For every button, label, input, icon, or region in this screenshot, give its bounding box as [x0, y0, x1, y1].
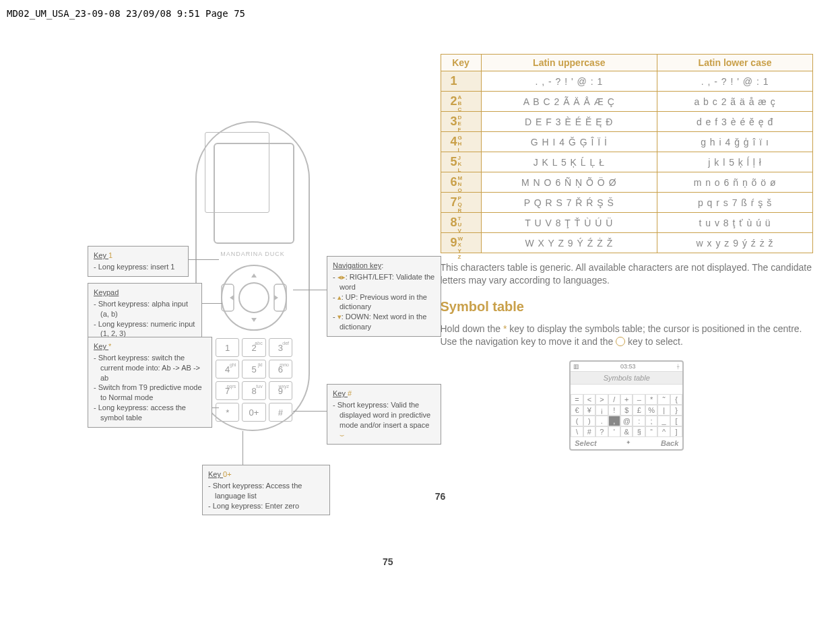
character-table: Key Latin uppercase Latin lower case 1. …	[441, 54, 814, 253]
symbol-cell: ¡	[595, 405, 608, 416]
phone-inner-screen	[205, 132, 269, 213]
callout-key-star: Key * Short keypress: switch the current…	[88, 337, 212, 428]
symbol-cell: .	[595, 416, 608, 426]
symbols-screen-mock: ▥ 03:53 ⟊ Symbols table =<>/+–*˜{€¥¡!$£%…	[569, 360, 684, 451]
keypad-key: 7pqrs	[216, 381, 239, 400]
softkey-left: Select	[575, 439, 596, 447]
callout-title: Key 0+	[208, 470, 232, 478]
svg-point-1	[239, 283, 269, 313]
keypad-key: 6mno	[269, 360, 292, 379]
callout-items: ◂▸: RIGHT/LEFT: Validate the word ▴: UP:…	[333, 272, 435, 332]
leader-line	[293, 411, 327, 412]
symbol-cell: >	[595, 394, 608, 405]
callout-items: Short keypress: switch the current mode …	[94, 353, 206, 423]
callout-title: Navigation key	[333, 261, 381, 269]
symbol-cell: @	[620, 416, 633, 426]
key-glyph-1: 1	[108, 251, 112, 259]
keypad-key: 3def	[269, 338, 292, 357]
symbol-cell: <	[583, 394, 595, 405]
section-heading-symbol-table: Symbol table	[441, 299, 814, 315]
callout-items: Short keypress: alpha input (a, b) Long …	[94, 299, 196, 339]
status-bar: ▥ 03:53 ⟊	[571, 362, 682, 372]
callout-key-1: Key 1 Long keypress: insert 1	[88, 246, 189, 277]
col-lower: Latin lower case	[657, 55, 813, 71]
phone-illustration: MANDARINA DUCK 12abc3def4ghi5jkl6mno7pqr…	[195, 121, 310, 431]
nav-down-icon	[251, 318, 257, 322]
table-row: 7PQRSP Q R S 7 Ř Ŕ Ş Šp q r s 7 ß ŕ ş š	[441, 193, 813, 213]
symbol-cell: “	[645, 426, 657, 437]
nav-indicator-icon: ✦	[626, 439, 631, 447]
keypad-key: 0+	[242, 403, 265, 422]
symbol-cell: =	[571, 394, 583, 405]
callout-items: Long keypress: insert 1	[94, 262, 183, 272]
key-glyph-hash: #	[348, 389, 352, 397]
key-glyph-0: 0+	[223, 470, 232, 478]
symbol-cell: (	[571, 416, 583, 426]
ok-key-icon	[616, 337, 625, 346]
table-row: 1. , - ? ! ' @ : 1. , - ? ! ' @ : 1	[441, 71, 813, 92]
page-left: MANDARINA DUCK 12abc3def4ghi5jkl6mno7pqr…	[27, 34, 420, 594]
leader-line	[293, 290, 327, 290]
phone-body: MANDARINA DUCK 12abc3def4ghi5jkl6mno7pqr…	[195, 121, 310, 431]
symbol-cell: ?	[595, 426, 608, 437]
table-row: 5JKLJ K L 5 Ķ Ĺ Ļ Łj k l 5 ķ ĺ ļ ł	[441, 152, 813, 172]
leader-line	[202, 303, 222, 304]
symbol-cell: &	[620, 426, 633, 437]
keypad-key: 5jkl	[242, 360, 265, 379]
table-row: 9WXYZW X Y Z 9 Ý Ź Ż Žw x y z 9 ý ź ż ž	[441, 233, 813, 253]
callout-title: Keypad	[94, 288, 119, 296]
table-row: 8TUVT U V 8 Ţ Ť Ù Ú Üt u v 8 ţ ť ù ú ü	[441, 213, 813, 233]
clock: 03:53	[620, 363, 636, 370]
symbol-cell: \	[571, 426, 583, 437]
keypad-key: *	[216, 403, 239, 422]
symbol-table-text: Hold down the * key to display the symbo…	[441, 323, 814, 348]
print-header: MD02_UM_USA_23-09-08 23/09/08 9:51 Page …	[7, 8, 245, 19]
leader-line	[189, 259, 219, 260]
symbol-cell: §	[633, 426, 645, 437]
table-row: 6MNOM N O 6 Ñ Ņ Õ Ö Øm n o 6 ñ ņ õ ö ø	[441, 172, 813, 193]
battery-icon: ▥	[573, 363, 579, 370]
col-upper: Latin uppercase	[481, 55, 657, 71]
symbol-cell: ^	[657, 426, 670, 437]
lr-icon: ◂▸	[337, 273, 346, 281]
char-table-body: 1. , - ? ! ' @ : 1. , - ? ! ' @ : 12ABCA…	[441, 71, 813, 253]
softkey-right: Back	[661, 439, 678, 447]
symbol-cell: !	[608, 405, 620, 416]
table-row: 2ABCA B C 2 Ã Ä Å Æ Ça b c 2 ã ä å æ ç	[441, 92, 813, 112]
leader-line	[243, 431, 243, 465]
symbol-cell: $	[620, 405, 633, 416]
keypad-key: 4ghi	[216, 360, 239, 379]
page-right: Key Latin uppercase Latin lower case 1. …	[420, 34, 814, 594]
symbol-cell: ;	[645, 416, 657, 426]
symbol-cell: {	[670, 394, 682, 405]
symbol-cell: –	[633, 394, 645, 405]
symbol-cell: '	[608, 426, 620, 437]
space-icon: ⌣	[340, 430, 344, 438]
col-key: Key	[441, 55, 481, 71]
keypad-key: 9wxyz	[269, 381, 292, 400]
signal-icon: ⟊	[676, 363, 680, 370]
symbol-cell: %	[645, 405, 657, 416]
keypad-key: 2abc	[242, 338, 265, 357]
callout-key-hash: Key # Short keypress: Valid the displaye…	[327, 384, 441, 445]
symbol-cell: [	[670, 416, 682, 426]
phone-nav-cluster	[220, 264, 288, 331]
symbol-cell: /	[608, 394, 620, 405]
symbol-cell: £	[633, 405, 645, 416]
keypad-key: 8tuv	[242, 381, 265, 400]
symbol-cell: *	[645, 394, 657, 405]
symbol-cell: :	[633, 416, 645, 426]
callout-nav-key: Navigation key: ◂▸: RIGHT/LEFT: Validate…	[327, 256, 441, 337]
table-row: 4GHIG H I 4 Ğ Ģ Î Ï İg h i 4 ğ ģ î ï ı	[441, 132, 813, 152]
table-row: 3DEFD E F 3 È É Ĕ Ę Đd e f 3 è é ĕ ę đ	[441, 112, 813, 132]
callout-items: Short keypress: Valid the displayed word…	[333, 400, 435, 440]
key-glyph-star: *	[108, 342, 111, 350]
leader-line	[212, 407, 219, 408]
page-number-right: 76	[254, 491, 627, 502]
screen-title: Symbols table	[571, 372, 682, 385]
nav-right-icon	[274, 295, 278, 300]
nav-left-icon	[230, 295, 234, 300]
keypad-key: 1	[216, 338, 239, 357]
symbol-cell: ]	[670, 426, 682, 437]
callout-title: Key #	[333, 389, 352, 397]
